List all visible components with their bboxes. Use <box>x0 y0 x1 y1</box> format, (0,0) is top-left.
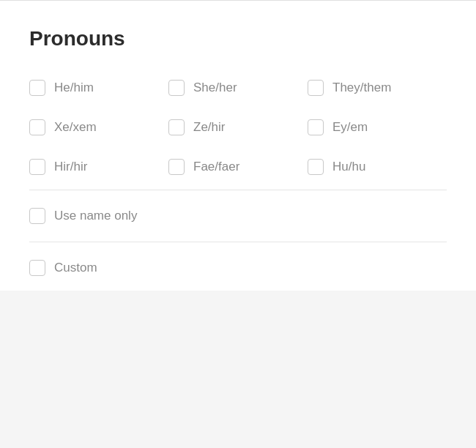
checkbox-item-xe-xem: Xe/xem <box>29 108 168 147</box>
section-title: Pronouns <box>29 18 447 51</box>
label-use-name-only: Use name only <box>54 209 137 223</box>
page-container: Pronouns He/him She/her They/them Xe/xem <box>0 0 476 448</box>
label-xe-xem: Xe/xem <box>54 120 97 135</box>
checkbox-item-ze-hir: Ze/hir <box>168 108 308 147</box>
checkbox-she-her[interactable] <box>168 80 185 96</box>
checkbox-item-fae-faer: Fae/faer <box>168 147 308 187</box>
checkbox-fae-faer[interactable] <box>168 159 185 175</box>
checkbox-item-ey-em: Ey/em <box>308 108 447 147</box>
checkbox-ey-em[interactable] <box>308 119 324 135</box>
use-name-only-option: Use name only <box>29 193 447 239</box>
label-ey-em: Ey/em <box>332 120 368 135</box>
checkbox-item-hir-hir: Hir/hir <box>29 147 168 187</box>
checkbox-he-him[interactable] <box>29 80 45 96</box>
divider-after-use-name <box>29 242 447 242</box>
checkbox-use-name-only[interactable] <box>29 208 45 224</box>
label-she-her: She/her <box>193 81 237 95</box>
label-custom: Custom <box>54 261 97 275</box>
checkbox-hu-hu[interactable] <box>308 159 324 175</box>
label-hu-hu: Hu/hu <box>332 160 365 174</box>
checkbox-hir-hir[interactable] <box>29 159 45 175</box>
pronouns-grid: He/him She/her They/them Xe/xem Ze/hir <box>29 68 447 187</box>
pronouns-section: Pronouns He/him She/her They/them Xe/xem <box>0 1 476 291</box>
checkbox-item-he-him: He/him <box>29 68 168 108</box>
label-hir-hir: Hir/hir <box>54 160 87 174</box>
label-ze-hir: Ze/hir <box>193 120 225 135</box>
checkbox-item-hu-hu: Hu/hu <box>308 147 447 187</box>
checkbox-custom[interactable] <box>29 260 45 276</box>
label-he-him: He/him <box>54 81 94 95</box>
divider-after-grid <box>29 190 447 190</box>
checkbox-they-them[interactable] <box>308 80 324 96</box>
custom-option: Custom <box>29 245 447 291</box>
checkbox-item-she-her: She/her <box>168 68 308 108</box>
checkbox-xe-xem[interactable] <box>29 119 45 135</box>
label-fae-faer: Fae/faer <box>193 160 239 174</box>
checkbox-ze-hir[interactable] <box>168 119 185 135</box>
checkbox-item-they-them: They/them <box>308 68 447 108</box>
label-they-them: They/them <box>332 81 391 95</box>
